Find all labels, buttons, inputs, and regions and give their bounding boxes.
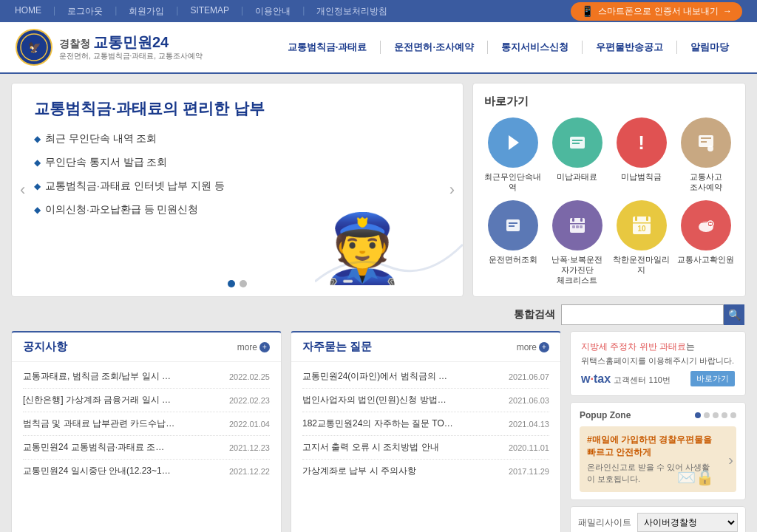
notice-text-4: 교통민원24 일시중단 안내(12.23~1… — [23, 465, 171, 477]
faq-text-2: 182교통민원24의 자주하는 질문 TO… — [302, 417, 453, 430]
banner-item-1: ◆ 최근 무인단속 내역 조회 — [34, 132, 441, 146]
shortcut-icon-4 — [488, 200, 538, 250]
logo-text: 경찰청 교통민원24 운전면허, 교통범칙금·과태료, 교통조사예약 — [59, 33, 203, 61]
popup-arrow-right-button[interactable]: › — [728, 451, 733, 468]
shortcut-icon-3 — [681, 117, 731, 168]
svg-rect-23 — [646, 216, 648, 221]
notice-item-2[interactable]: 범칙금 및 과태료 납부관련 카드수납… 2022.01.04 — [23, 412, 270, 436]
notice-item-1[interactable]: [신한은행] 가상계좌 금융거래 일시 … 2022.02.23 — [23, 389, 270, 412]
popup-zone-header: Popup Zone — [580, 410, 736, 420]
shortcuts-title: 바로가기 — [484, 95, 734, 109]
shortcut-item-5[interactable]: 난폭·보복운전자가진단체크리스트 — [549, 200, 605, 286]
popup-dot-1[interactable] — [695, 412, 701, 418]
ad-text1: 는 — [686, 341, 695, 352]
shortcut-item-6[interactable]: 10 착한운전마일리지 — [613, 200, 670, 286]
popup-dot-3[interactable] — [713, 412, 719, 418]
notices-list: 교통과태료, 범칙금 조회/납부 일시 … 2022.02.25 [신한은행] … — [12, 362, 281, 485]
top-section: 교통범칙금·과태료의 편리한 납부 ◆ 최근 무인단속 내역 조회 ◆ 무인단속… — [11, 83, 746, 297]
nav-item-fines[interactable]: 교통범칙금·과태료 — [274, 41, 381, 54]
shortcut-label-1: 미납과태료 — [557, 171, 597, 182]
ad-phone-text: 고객센터 110번 — [614, 375, 670, 384]
faq-item-4[interactable]: 가상계좌로 납부 시 주의사항 2017.11.29 — [302, 460, 549, 482]
mobile-cert-button[interactable]: 📱 스마트폰으로 인증서 내보내기 → — [571, 2, 742, 21]
family-site-select[interactable]: 사이버경찰청경찰청도로교통공단대검찰청 — [637, 513, 738, 532]
faq-more-link[interactable]: more + — [517, 342, 549, 352]
notice-date-2: 2022.01.04 — [229, 420, 270, 429]
search-input[interactable] — [561, 304, 724, 325]
nav-item-board[interactable]: 알림마당 — [677, 41, 742, 54]
nav-logout[interactable]: 로그아웃 — [67, 5, 103, 18]
shortcut-item-1[interactable]: 미납과태료 — [549, 117, 605, 193]
banner-pagination — [228, 280, 247, 287]
banner-road-decoration — [315, 222, 463, 296]
nav-item-notice[interactable]: 통지서비스신청 — [488, 41, 583, 54]
nav-item-mail[interactable]: 우편물반송공고 — [583, 41, 677, 54]
shortcut-icon-5 — [552, 200, 602, 250]
logo-agency: 경찰청 — [59, 38, 93, 50]
popup-zone-dots — [695, 412, 736, 418]
notices-more-link[interactable]: more + — [237, 342, 270, 352]
shortcut-item-4[interactable]: 운전면허조회 — [484, 200, 541, 286]
banner-next-button[interactable]: › — [445, 177, 459, 202]
search-bar: 통합검색 🔍 — [11, 304, 746, 325]
ad-brand-row: w·tax 고객센터 110번 바로가기 — [581, 371, 735, 386]
family-site-label: 패밀리사이트 — [578, 516, 631, 529]
svg-rect-24 — [633, 222, 651, 224]
notices-more-label: more — [237, 342, 257, 352]
svg-rect-5 — [572, 140, 583, 141]
svg-rect-18 — [572, 225, 575, 228]
top-nav: HOME | 로그아웃 | 회원가입 | SITEMAP | 이용안내 | 개인… — [0, 0, 757, 22]
nav-item-license[interactable]: 운전면허·조사예약 — [381, 41, 488, 54]
popup-main-text: #매일에 가입하면 경찰우편물을빠르고 안전하게 — [587, 434, 714, 459]
shortcut-icon-2: ! — [617, 117, 667, 168]
svg-rect-13 — [509, 225, 515, 227]
notice-item-0[interactable]: 교통과태료, 범칙금 조회/납부 일시 … 2022.02.25 — [23, 365, 270, 389]
shortcut-item-3[interactable]: 교통사고조사예약 — [677, 117, 734, 193]
banner-dot-2[interactable] — [240, 280, 247, 287]
banner-prev-button[interactable]: ‹ — [16, 177, 30, 202]
nav-home[interactable]: HOME — [15, 5, 41, 18]
shortcut-item-7[interactable]: 교통사고확인원 — [677, 200, 734, 286]
shortcut-item-0[interactable]: 최근무인단속내역 — [484, 117, 541, 193]
shortcut-label-0: 최근무인단속내역 — [484, 171, 541, 193]
family-site-row: 패밀리사이트 사이버경찰청경찰청도로교통공단대검찰청 — [570, 506, 746, 532]
faq-date-0: 2021.06.07 — [509, 372, 549, 381]
faq-text-0: 교통민원24(이파인)에서 범칙금의 … — [302, 370, 447, 383]
notices-more-plus-icon: + — [259, 342, 270, 352]
banner-title: 교통범칙금·과태료의 편리한 납부 — [34, 98, 441, 119]
faq-item-0[interactable]: 교통민원24(이파인)에서 범칙금의 … 2021.06.07 — [302, 365, 549, 389]
nav-separator-5: | — [302, 5, 305, 18]
banner-dot-1[interactable] — [228, 280, 235, 287]
nav-guide[interactable]: 이용안내 — [255, 5, 291, 18]
popup-content-area: #매일에 가입하면 경찰우편물을빠르고 안전하게 온라인신고로 받을 수 있어 … — [580, 426, 736, 492]
notices-panel: 공지사항 more + 교통과태료, 범칙금 조회/납부 일시 … 2022.0… — [11, 331, 282, 532]
popup-dot-5[interactable] — [730, 412, 736, 418]
svg-rect-12 — [509, 222, 517, 224]
faq-item-3[interactable]: 고지서 출력 오류 시 조치방법 안내 2020.11.01 — [302, 436, 549, 460]
search-button[interactable]: 🔍 — [724, 304, 744, 325]
notice-item-3[interactable]: 교통민원24 교통범칙금·과태료 조… 2021.12.23 — [23, 436, 270, 460]
nav-sitemap[interactable]: SITEMAP — [190, 5, 229, 18]
arrow-right-icon: → — [723, 6, 732, 16]
faq-item-1[interactable]: 법인사업자의 법인(민원)신청 방법… 2021.06.03 — [302, 389, 549, 412]
nav-separator-1: | — [53, 5, 55, 18]
shortcut-item-2[interactable]: ! 미납범칙금 — [613, 117, 670, 193]
notice-text-0: 교통과태료, 범칙금 조회/납부 일시 … — [23, 370, 171, 383]
popup-dot-4[interactable] — [722, 412, 727, 418]
svg-marker-3 — [509, 135, 519, 150]
faq-item-2[interactable]: 182교통민원24의 자주하는 질문 TO… 2021.04.13 — [302, 412, 549, 436]
faq-list: 교통민원24(이파인)에서 범칙금의 … 2021.06.07 법인사업자의 법… — [291, 362, 560, 485]
svg-rect-17 — [570, 223, 585, 225]
notice-item-4[interactable]: 교통민원24 일시중단 안내(12.23~1… 2021.12.22 — [23, 460, 270, 482]
nav-register[interactable]: 회원가입 — [129, 5, 164, 18]
banner-area: 교통범칙금·과태료의 편리한 납부 ◆ 최근 무인단속 내역 조회 ◆ 무인단속… — [11, 83, 464, 297]
faq-text-3: 고지서 출력 오류 시 조치방법 안내 — [302, 441, 439, 454]
ad-go-button[interactable]: 바로가기 — [690, 371, 735, 386]
shortcut-icon-1 — [552, 117, 602, 168]
popup-dot-2[interactable] — [704, 412, 710, 418]
banner-item-2: ◆ 무인단속 통지서 발급 조회 — [34, 156, 441, 169]
nav-privacy[interactable]: 개인정보처리방침 — [316, 5, 387, 18]
shortcut-icon-6: 10 — [617, 200, 667, 250]
shortcut-label-2: 미납범칙금 — [621, 171, 662, 182]
shortcuts-grid: 최근무인단속내역 미납과태료 ! 미납범칙금 교통사고조사예약 — [484, 117, 734, 285]
